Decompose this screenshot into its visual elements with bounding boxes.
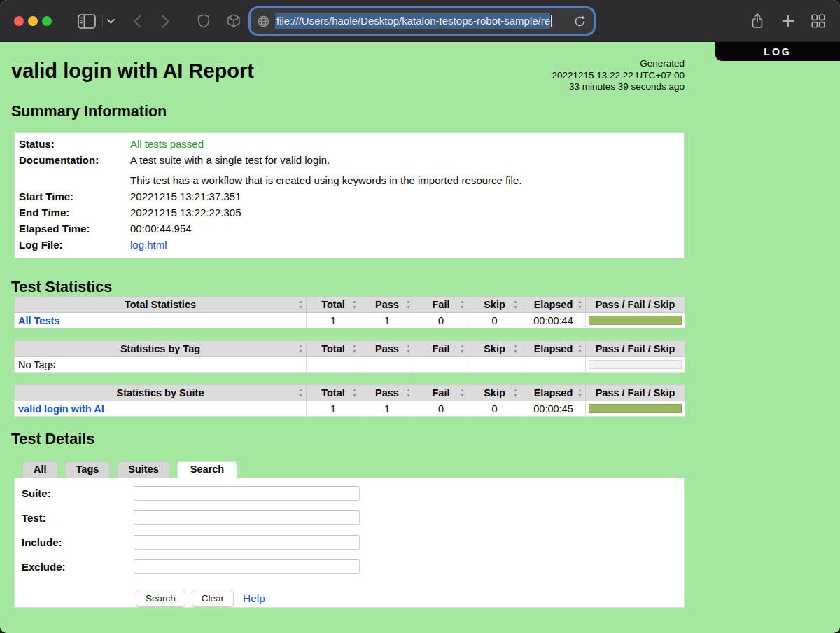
sort-icon[interactable]: ▲▼ <box>298 387 303 398</box>
column-header-statistics-by-tag[interactable]: Statistics by Tag▲▼ <box>15 341 307 357</box>
tab-tags[interactable]: Tags <box>65 461 111 478</box>
include-field-label: Include: <box>22 535 134 548</box>
sort-icon[interactable]: ▲▼ <box>513 343 518 354</box>
reload-icon[interactable] <box>571 13 588 29</box>
sort-icon[interactable]: ▲▼ <box>352 299 357 310</box>
column-header-statistics-by-suite[interactable]: Statistics by Suite▲▼ <box>15 385 307 401</box>
test-input[interactable] <box>134 510 360 525</box>
include-input[interactable] <box>134 535 360 550</box>
start-time-value: 20221215 13:21:37.351 <box>130 188 241 204</box>
skip-value: 0 <box>468 401 522 417</box>
test-field-label: Test: <box>22 510 134 524</box>
tab-overview-grid-icon[interactable] <box>808 0 829 42</box>
tab-search[interactable]: Search <box>177 461 237 478</box>
log-button[interactable]: LOG <box>715 42 840 61</box>
toolbar-divider <box>102 15 103 27</box>
search-buttons-row: Search Clear Help <box>136 590 684 607</box>
page-title: valid login with AI Report <box>11 60 840 83</box>
sort-icon[interactable]: ▲▼ <box>406 387 411 398</box>
column-header-pass[interactable]: Pass▲▼ <box>360 297 414 313</box>
new-tab-plus-icon[interactable] <box>778 0 798 42</box>
column-header-fail[interactable]: Fail▲▼ <box>414 385 468 401</box>
column-header-skip[interactable]: Skip▲▼ <box>468 341 522 357</box>
column-header-graph: Pass / Fail / Skip <box>586 385 685 401</box>
generated-timestamp: 20221215 13:22:22 UTC+07:00 <box>552 70 685 82</box>
log-file-label: Log File: <box>15 237 130 253</box>
summary-row-elapsed-time: Elapsed Time: 00:00:44.954 <box>15 221 684 237</box>
sort-icon[interactable]: ▲▼ <box>513 299 518 310</box>
summary-row-log-file: Log File: log.html <box>15 237 684 253</box>
close-window-button[interactable] <box>14 16 24 26</box>
minimize-window-button[interactable] <box>28 16 38 26</box>
elapsed-time-label: Elapsed Time: <box>15 221 130 237</box>
column-header-total[interactable]: Total▲▼ <box>307 341 360 357</box>
extensions-cube-icon[interactable] <box>225 0 242 42</box>
clear-button[interactable]: Clear <box>192 590 234 607</box>
include-field-row: Include: <box>15 535 684 550</box>
table-row: All Tests 1 1 0 0 00:00:44 <box>15 313 685 328</box>
search-button[interactable]: Search <box>136 590 186 607</box>
sort-icon[interactable]: ▲▼ <box>406 343 411 354</box>
pass-value <box>360 357 414 373</box>
test-field-row: Test: <box>15 510 684 526</box>
statistics-heading: Test Statistics <box>11 279 840 296</box>
url-input[interactable]: file:///Users/haole/Desktop/katalon-test… <box>251 8 594 34</box>
sort-icon[interactable]: ▲▼ <box>352 387 357 398</box>
documentation-paragraph-2: This test has a workflow that is created… <box>130 172 522 188</box>
back-icon[interactable] <box>130 0 144 42</box>
column-header-elapsed[interactable]: Elapsed▲▼ <box>522 385 586 401</box>
forward-icon[interactable] <box>158 0 172 42</box>
column-header-fail[interactable]: Fail▲▼ <box>414 297 468 313</box>
sidebar-chevron-down-icon[interactable] <box>105 0 116 42</box>
column-header-total[interactable]: Total▲▼ <box>307 297 360 313</box>
sidebar-toggle-icon[interactable] <box>76 0 98 42</box>
sort-icon[interactable]: ▲▼ <box>460 343 465 354</box>
traffic-lights <box>14 16 52 26</box>
exclude-input[interactable] <box>134 559 360 574</box>
elapsed-value: 00:00:44 <box>522 313 586 328</box>
pass-fail-skip-bar <box>589 316 682 325</box>
end-time-value: 20221215 13:22:22.305 <box>130 204 241 221</box>
column-header-total-statistics[interactable]: Total Statistics▲▼ <box>15 297 307 313</box>
zoom-window-button[interactable] <box>42 16 52 26</box>
sort-icon[interactable]: ▲▼ <box>578 343 582 354</box>
skip-value <box>468 357 522 373</box>
column-header-graph: Pass / Fail / Skip <box>586 341 685 357</box>
sort-icon[interactable]: ▲▼ <box>513 387 518 398</box>
elapsed-value <box>522 357 586 373</box>
sort-icon[interactable]: ▲▼ <box>298 299 303 310</box>
sort-icon[interactable]: ▲▼ <box>460 387 465 398</box>
sort-icon[interactable]: ▲▼ <box>578 299 582 310</box>
search-panel: Suite: Test: Include: Exclude: Search Cl… <box>14 478 685 608</box>
skip-value: 0 <box>468 313 522 328</box>
status-value: All tests passed <box>130 136 204 152</box>
sort-icon[interactable]: ▲▼ <box>352 343 357 354</box>
total-statistics-table: Total Statistics▲▼ Total▲▼ Pass▲▼ Fail▲▼… <box>14 296 685 328</box>
sort-icon[interactable]: ▲▼ <box>578 387 582 398</box>
generated-label: Generated <box>552 58 685 70</box>
summary-row-start-time: Start Time: 20221215 13:21:37.351 <box>15 188 684 204</box>
column-header-pass[interactable]: Pass▲▼ <box>360 385 414 401</box>
table-row: No Tags <box>15 357 685 373</box>
column-header-skip[interactable]: Skip▲▼ <box>468 297 522 313</box>
share-icon[interactable] <box>748 0 767 42</box>
column-header-elapsed[interactable]: Elapsed▲▼ <box>522 297 586 313</box>
suite-input[interactable] <box>134 486 360 501</box>
fail-value <box>414 357 468 373</box>
column-header-elapsed[interactable]: Elapsed▲▼ <box>522 341 586 357</box>
sort-icon[interactable]: ▲▼ <box>298 343 303 354</box>
tab-all[interactable]: All <box>22 461 58 478</box>
log-file-link[interactable]: log.html <box>130 239 167 251</box>
privacy-shield-icon[interactable] <box>196 0 211 42</box>
tab-suites[interactable]: Suites <box>117 461 170 478</box>
help-link[interactable]: Help <box>243 592 265 605</box>
all-tests-link[interactable]: All Tests <box>18 315 59 326</box>
column-header-fail[interactable]: Fail▲▼ <box>414 341 468 357</box>
sort-icon[interactable]: ▲▼ <box>460 299 465 310</box>
sort-icon[interactable]: ▲▼ <box>406 299 411 310</box>
status-label: Status: <box>15 136 130 152</box>
column-header-pass[interactable]: Pass▲▼ <box>360 341 414 357</box>
column-header-skip[interactable]: Skip▲▼ <box>468 385 522 401</box>
column-header-total[interactable]: Total▲▼ <box>307 385 360 401</box>
suite-link[interactable]: valid login with AI <box>18 403 104 415</box>
